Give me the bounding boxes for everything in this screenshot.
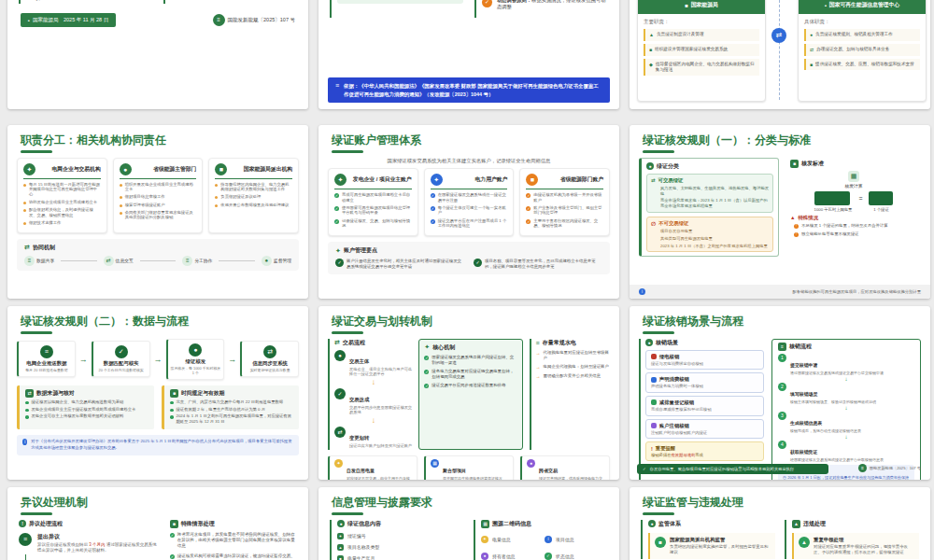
check-icon: ✓ [643,467,646,471]
gear-icon: ✦ [424,343,430,351]
slide-info-disclosure[interactable]: 信息管理与披露要求 ● 绿证信息内容 ✦绿证编号 ▲项目名称及类型 ■电量生产年… [318,487,619,560]
dot-icon [25,409,29,413]
duty-text: 提供绿证核发、交易、应用、核销等数据和技术支撑 [815,62,914,68]
arrow-down-icon: ↓ [778,376,914,382]
bullet-text: 依规开展公布数据核查及违规处理建议 [220,203,289,208]
slide-issuance-rules-1[interactable]: 绿证核发规则（一）：分类与标准 ● 绿证分类 ⇄ 可交易绿证 风力发电、太阳能发… [630,125,930,299]
warning-circle-icon: ▲ [799,537,810,548]
card-title: 省级能源部门账户 [542,175,603,184]
reminder-highlight: 有效期届满前 [671,453,695,457]
step-title: 交易主体 [349,358,369,364]
slide-cancellation[interactable]: 绿证核销场景与流程 ● 核销场景 绿电核销 绿证与发电消费绑定自动核销 声明消费… [630,306,930,480]
title-underline [21,512,52,515]
scenario-desc: 声明绿色电力消费时一体核销 [651,384,758,389]
distributed-pv-note: i 对于《分布式光伏发电开发建设管理办法》发布前已备案且于 2025 年 5 月… [17,435,299,455]
dot-icon [215,204,218,207]
bullet: 组织开展发电企业或项目业主完成建档立卡 [120,182,197,192]
info-list-icon: ● [337,520,345,527]
slide-supervision[interactable]: 绿证监管与违规处理 ● 监管体系 ■ 国家能源局派出机构监管 负责辖区内绿证制度… [630,487,930,560]
panel-header: ■ 时间规定与有效期 [170,389,293,398]
non-tradable-line: 项目自发自用电量 [660,229,769,234]
mechanism-label: 监督管理 [274,258,291,263]
mechanism-title: 协同机制 [33,244,55,252]
grid-item: ✓状态信息 [545,553,608,560]
footnote-text: 配备储能设施的可再生能源发电项目，应对发电设施及储能设施分别计量 [793,289,922,294]
column-header: ≡ 核销流程 [778,343,914,351]
slide-scope-principles[interactable]: ● 适用范围 ✓本规则适用于我国境内可再生能源发电项目电量对应绿证的核发、交易、… [318,0,619,109]
special-case-tags: ✦ 自发自用电量对应绿证不可交易，由业主用于自身核销 ▦ 聚合型项目凭并网可再生… [328,455,610,480]
non-tradable-box: ∅ 不可交易绿证 项目自发自用电量 其他类型可再生能源发电电量 2023 年 1… [646,217,773,252]
arrow-down-icon: ↓ [334,379,412,386]
monitor-icon: ● [262,256,272,266]
slide-title: 信息管理与披露要求 [318,487,564,510]
slide-division-of-duties[interactable]: 职责分工：相关机构协同责任 ✦ 电网企业与交易机构 每月 15 日前推送前一月新… [7,125,308,299]
duty-item: ⇄办理绿证交易、划转与核销等具体业务 [804,44,920,56]
eye-icon: ● [648,520,656,527]
info-icon: i [639,288,645,295]
step-title: 获取核销凭证 [790,450,817,455]
slide-duties[interactable]: ■ 国家能源局 主要职责： ▲负责绿证制度设计及管理 ■组织建设并管理国家绿证核… [630,0,930,109]
chart-icon: ◆ [649,62,653,73]
list-icon: ≡ [778,343,786,351]
slide-title: 异议处理机制 [7,487,253,510]
flow-step: ✓ 交易达成交易平台同步信息至国家绿证核发交易系统 [334,388,412,415]
step-title: 生成核销信息表 [790,421,822,426]
holder-icon: ● [481,553,488,560]
dispute-flow-column: ! 异议处理流程 ≡ 提出异议 异议应自绿证核发或划转后 3 个月内 通过国家绿… [19,520,159,560]
slide-account-system[interactable]: 绿证账户管理体系 国家绿证核发交易系统为相关主体建立实名账户，记录绿证全生命周期… [318,125,619,299]
mechanism-item: ⇄信息交互 [104,256,134,266]
duty-item: ●负责绿证核发规则、核销及相关管理工作 [804,29,920,41]
bullet: 配合做好相关信息，及时提供绿证核发、交易、核销所需信息 [23,207,101,217]
card-title: 核心机制 [432,343,455,352]
column-header: ● 核销场景 [645,339,764,347]
card-title: 监管体系 [658,520,681,528]
item-title: 国家能源局派出机构监管 [670,537,771,543]
database-icon: ⇄ [25,389,34,398]
building-icon: ■ [685,3,688,8]
slide-dispute-handling[interactable]: 异议处理机制 ! 异议处理流程 ≡ 提出异议 异议应自绿证核发或划转后 3 个月… [7,487,308,560]
duty-text: 指导督促辖区内电网企业、电力交易机构做好数据归集与报送 [656,62,756,73]
policy-meaning-column: ◆ 政策意义 ✓完善绿色能源消费促进机制 ✓规范可再生能源绿色电力证书核发与管理… [163,0,297,4]
content-columns: ⇄ 交易流程 ● 交易主体发电企业、项目业主和电力用户可选择任一绿证交易平台 ↓… [318,339,619,450]
special-cases-column: ■ 特殊情形处理 ✓跨省界河水电项目，其发电量在不同省份间的绿证核发、划转存在异… [170,520,297,560]
bullet-text: 绿色电力交易电量对应绿证随交易电量划转，划转视同完成交易 [432,369,517,380]
grid-item: ✦电量信息 [481,536,545,543]
special-text: 独立储能放电等电量不核发绿证 [801,231,858,237]
title-underline [643,331,674,334]
step-desc: 异议应自绿证核发或划转后 3 个月内 通过国家绿证核发交易系统提出异议申请，并上… [37,542,159,554]
clock-icon: ■ [170,389,178,398]
dot-icon [215,196,218,199]
info-item: ✦绿证编号 [337,533,464,539]
bullet: 依规开展公布数据核查及违规处理建议 [215,203,292,208]
province-icon: ■ [526,174,538,186]
card-header: ▦ 溯源二维码信息 [481,520,608,528]
slide-title: 职责分工：相关机构协同责任 [7,125,253,147]
slide-policy-basis[interactable]: ≡ 政策依据 ✓依据《中华人民共和国能源法》制定 ✓落实《国家发展改革委 财政部… [7,0,308,109]
rules-icon: ● [810,32,813,38]
point-item: ✓项目名称、项目容量等发生变化，且已完成建档立卡信息变更的，绿证账户随建档立卡信… [474,259,602,270]
card-title: 电网企业与交易机构 [39,165,101,174]
check-icon: ✓ [526,219,531,224]
point-text: 账户注册信息发生变化时，相关主体应及时通过国家绿证核发交易系统或绿证交易平台提交… [347,259,464,270]
reminder-pre: 核销必须在 [651,453,671,457]
slide-issuance-rules-2[interactable]: 绿证核发规则（二）：数据与流程 ≡ 电网企业推送数据 每月 20 日前推送电量数… [7,306,308,480]
note-box: ! 我国可再生能源发电项目包括风力发电、太阳能发电、生物质发电、地热能发电、海洋… [337,0,463,4]
declare-icon [651,377,657,383]
arrow-icon: → [536,364,541,371]
bullet: ✓使用国家可再生能源发电项目信息管理平台账号与密码登录 [334,205,412,216]
scope-column: ● 适用范围 ✓本规则适用于我国境内可再生能源发电项目电量对应绿证的核发、交易、… [330,0,463,18]
duty-text: 负责绿证制度设计及管理 [657,32,704,38]
column-header: ! 异议处理流程 [19,520,159,528]
card-header-text: 国家可再生能源信息管理中心 [829,1,899,9]
certificate-icon: ▪ [825,3,827,8]
scenarios-column: ● 核销场景 绿电核销 绿证与发电消费绑定自动核销 声明消费核销 声明绿色电力消… [639,339,764,480]
slide-trading-transfer[interactable]: 绿证交易与划转机制 ⇄ 交易流程 ● 交易主体发电企业、项目业主和电力用户可选择… [318,306,619,480]
equation-left-label: 1000 千瓦时上网电量 [814,207,853,212]
bullet: 2024 年 1 月 1 日之前的可再生能源发电项目电量，对应绿证有效期延至 2… [170,413,293,424]
bullet-text: 北京、广州、内蒙古电力交易中心每月 22 日前推送电量数据 [177,399,284,405]
book-icon: ≡ [335,82,339,98]
dot-icon [215,184,218,187]
mechanism-label: 分工协作 [194,258,212,263]
bullet-text: 组织开展发电企业或项目业主完成建档立卡 [125,182,197,192]
bullet-text: 做好技术支撑工作 [29,220,61,226]
